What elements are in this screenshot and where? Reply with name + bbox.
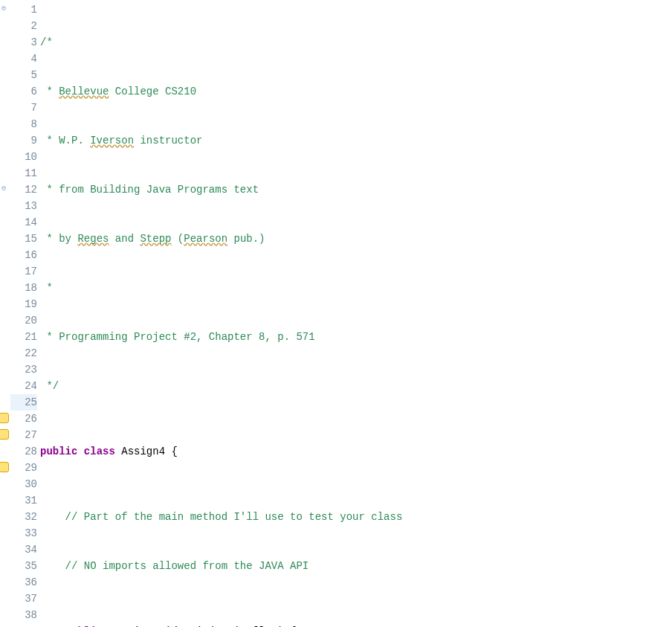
line-number: 18 (10, 280, 37, 296)
line-number: 27 (10, 427, 37, 443)
line-number: 21 (10, 329, 37, 345)
fold-marker-icon[interactable]: ⊖ (0, 4, 9, 14)
code-line[interactable]: public static void main(String[] a) { (40, 623, 672, 627)
comment: * W.P. Iverson instructor (40, 135, 202, 147)
line-number: 11 (10, 165, 37, 181)
line-number: 26 (10, 411, 37, 427)
line-number: 10 (10, 149, 37, 165)
comment: */ (40, 380, 59, 392)
line-number-gutter: 1 2 3 4 5 6 7 8 9 10 11 12 13 14 15 16 1… (10, 1, 40, 627)
comment: * Programming Project #2, Chapter 8, p. … (40, 331, 315, 343)
class-name: Assign4 (121, 446, 165, 457)
fold-marker-icon[interactable]: ⊖ (0, 184, 9, 194)
line-number: 29 (10, 460, 37, 476)
line-number: 7 (10, 100, 37, 116)
line-number: 25 (10, 394, 37, 411)
marker-gutter: ⊖ ⊖ (0, 1, 10, 627)
line-number: 1 (10, 1, 37, 18)
line-number: 6 (10, 83, 37, 100)
line-number: 12 (10, 181, 37, 198)
line-number: 13 (10, 198, 37, 214)
code-line[interactable]: */ (40, 378, 672, 394)
line-number: 16 (10, 247, 37, 263)
line-number: 37 (10, 591, 37, 607)
line-number: 24 (10, 378, 37, 394)
line-number: 28 (10, 443, 37, 460)
line-number: 14 (10, 214, 37, 231)
line-number: 5 (10, 67, 37, 83)
line-number: 3 (10, 34, 37, 51)
comment: * (40, 282, 53, 294)
code-area[interactable]: /* * Bellevue College CS210 * W.P. Ivers… (40, 1, 672, 627)
line-number: 17 (10, 263, 37, 280)
code-line[interactable]: * from Building Java Programs text (40, 181, 672, 198)
line-number: 33 (10, 525, 37, 541)
keyword: class (84, 446, 115, 457)
warning-marker-icon[interactable] (0, 413, 9, 423)
code-line[interactable]: * (40, 280, 672, 296)
line-number: 2 (10, 18, 37, 34)
code-line[interactable]: // Part of the main method I'll use to t… (40, 509, 672, 525)
warning-marker-icon[interactable] (0, 429, 9, 440)
code-line[interactable]: * W.P. Iverson instructor (40, 132, 672, 149)
line-number: 9 (10, 132, 37, 149)
code-line[interactable]: /* (40, 34, 672, 51)
line-number: 15 (10, 231, 37, 247)
code-editor[interactable]: ⊖ ⊖ 1 2 3 4 5 6 7 8 9 10 11 12 13 14 15 … (0, 0, 672, 627)
comment: // Part of the main method I'll use to t… (65, 511, 403, 523)
line-number: 19 (10, 296, 37, 312)
line-number: 31 (10, 492, 37, 509)
comment: * Bellevue College CS210 (40, 86, 196, 97)
code-line[interactable]: * by Reges and Stepp (Pearson pub.) (40, 231, 672, 247)
code-line[interactable]: * Bellevue College CS210 (40, 83, 672, 100)
code-line[interactable]: public class Assign4 { (40, 443, 672, 460)
code-line[interactable]: * Programming Project #2, Chapter 8, p. … (40, 329, 672, 345)
line-number: 34 (10, 541, 37, 558)
comment: * by Reges and Stepp (Pearson pub.) (40, 233, 265, 245)
comment: /* (40, 36, 53, 48)
keyword: public (40, 446, 77, 457)
line-number: 8 (10, 116, 37, 132)
line-number: 35 (10, 558, 37, 574)
line-number: 22 (10, 345, 37, 361)
line-number: 4 (10, 51, 37, 67)
line-number: 32 (10, 509, 37, 525)
line-number: 23 (10, 361, 37, 378)
comment: * from Building Java Programs text (40, 184, 259, 196)
warning-marker-icon[interactable] (0, 462, 9, 472)
line-number: 38 (10, 607, 37, 623)
comment: // NO imports allowed from the JAVA API (65, 560, 309, 572)
code-line[interactable]: // NO imports allowed from the JAVA API (40, 558, 672, 574)
line-number: 20 (10, 312, 37, 329)
line-number: 30 (10, 476, 37, 492)
line-number: 36 (10, 574, 37, 591)
